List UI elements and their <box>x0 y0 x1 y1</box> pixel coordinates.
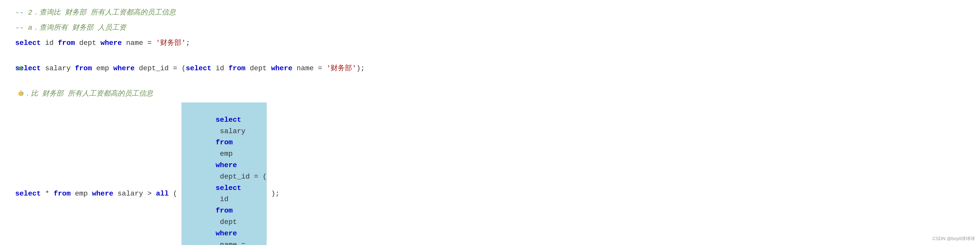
code-text-8f: emp <box>216 150 237 158</box>
empty-line-1 <box>15 51 965 61</box>
keyword-select-4: select <box>15 188 41 200</box>
code-text-8c: salary > <box>113 188 156 200</box>
comment-text-7: b．比 财务部 所有人工资都高的员工信息 <box>15 88 153 100</box>
line-comment-7: b．比 财务部 所有人工资都高的员工信息 <box>15 86 965 102</box>
code-text-5g: ); <box>356 63 365 74</box>
code-text-8j: name = <box>216 241 250 245</box>
comment-text-2: -- a．查询所有 财务部 人员工资 <box>15 22 126 34</box>
line-code-3: select id from dept where name = '财务部' ; <box>15 35 965 51</box>
empty-line-2 <box>15 76 965 86</box>
watermark: CSDN @boytt球球球 <box>932 235 975 242</box>
code-text-5f: name = <box>292 63 326 74</box>
keyword-where-4: where <box>92 188 113 200</box>
keyword-select-5: select <box>216 116 241 124</box>
keyword-where-3: where <box>271 63 292 74</box>
code-text-5d: id <box>212 63 228 74</box>
string-caiwubu-1: '财务部' <box>156 38 186 49</box>
comment-text-1: -- 2．查询比 财务部 所有人工资都高的员工信息 <box>15 7 176 19</box>
code-text-3d: ; <box>186 38 190 49</box>
keyword-select-3: select <box>186 63 212 74</box>
code-text-5a: salary <box>41 63 75 74</box>
code-text-5c: dept_id = ( <box>135 63 186 74</box>
yellow-dot-indicator <box>18 92 23 96</box>
line-comment-1: -- 2．查询比 财务部 所有人工资都高的员工信息 <box>15 5 965 20</box>
keyword-all: all <box>156 188 169 200</box>
green-dot <box>18 67 22 70</box>
keyword-where-5: where <box>216 161 237 169</box>
keyword-from-4: from <box>54 188 70 200</box>
code-text-3a: id <box>41 38 58 49</box>
code-text-8i: dept <box>216 218 241 226</box>
keyword-where-2: where <box>113 63 135 74</box>
code-text-8b: emp <box>70 188 92 200</box>
line-comment-2: -- a．查询所有 财务部 人员工资 <box>15 20 965 35</box>
keyword-from-2: from <box>75 63 92 74</box>
line-code-5: select salary from emp where dept_id = (… <box>15 61 965 76</box>
green-dot-indicator <box>18 67 23 70</box>
code-text-8l: ); <box>267 188 279 200</box>
code-text-8d: ( <box>169 188 181 200</box>
code-text-3b: dept <box>75 38 100 49</box>
code-text-5e: dept <box>245 63 271 74</box>
keyword-where-1: where <box>100 38 122 49</box>
line-code-8: select * from emp where salary > all ( s… <box>15 102 965 245</box>
editor-container: -- 2．查询比 财务部 所有人工资都高的员工信息 -- a．查询所有 财务部 … <box>0 0 980 245</box>
keyword-from-5: from <box>216 138 233 146</box>
keyword-select-6: select <box>216 184 241 192</box>
keyword-from-3: from <box>228 63 245 74</box>
code-text-8h: id <box>216 195 233 203</box>
code-text-8e: salary <box>216 127 250 135</box>
code-text-8g: dept_id = ( <box>216 173 267 181</box>
string-caiwubu-2: '财务部' <box>326 63 356 74</box>
code-text-3c: name = <box>122 38 156 49</box>
keyword-where-6: where <box>216 229 237 237</box>
yellow-dot <box>18 92 22 96</box>
highlighted-subquery: select salary from emp where dept_id = (… <box>181 102 267 245</box>
code-text-8a: * <box>41 188 54 200</box>
code-block: -- 2．查询比 财务部 所有人工资都高的员工信息 -- a．查询所有 财务部 … <box>0 5 980 245</box>
keyword-select-1: select <box>15 38 41 49</box>
code-text-5b: emp <box>92 63 113 74</box>
keyword-from-6: from <box>216 207 233 215</box>
keyword-from-1: from <box>58 38 75 49</box>
